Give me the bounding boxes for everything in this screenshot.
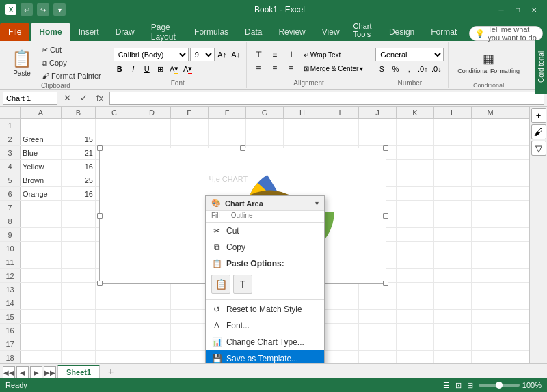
cell-a12[interactable]	[21, 269, 62, 282]
cell-m12[interactable]	[472, 269, 509, 282]
align-center-button[interactable]: ≡	[267, 62, 282, 74]
cell-l7[interactable]	[434, 201, 472, 214]
copy-button[interactable]: ⧉ Copy	[38, 57, 105, 69]
cell-m2[interactable]	[472, 132, 509, 145]
cell-b3[interactable]: 21	[62, 146, 96, 159]
increase-font-button[interactable]: A↑	[216, 48, 228, 61]
cell-b18[interactable]	[62, 351, 96, 363]
col-header-j[interactable]: J	[359, 107, 397, 118]
ctx-copy[interactable]: ⧉ Copy	[206, 239, 324, 255]
cell-d2[interactable]	[133, 132, 171, 145]
ctx-cut[interactable]: ✂ Cut	[206, 223, 324, 239]
cell-c14[interactable]	[96, 296, 133, 309]
undo-button[interactable]: ↩	[21, 3, 33, 16]
cell-e18[interactable]	[171, 351, 209, 363]
cell-c1[interactable]	[96, 119, 133, 132]
cell-a18[interactable]	[21, 351, 62, 363]
ribbon-tab-formulas[interactable]: Formulas	[186, 23, 237, 41]
cell-k18[interactable]	[397, 351, 434, 363]
cell-j18[interactable]	[359, 351, 397, 363]
zoom-slider[interactable]	[479, 384, 520, 387]
sheet-nav-prev[interactable]: ◀	[16, 366, 29, 378]
cell-a11[interactable]	[21, 255, 62, 268]
cell-k2[interactable]	[397, 132, 434, 145]
cell-m15[interactable]	[472, 310, 509, 323]
border-button[interactable]: ⊞	[155, 63, 167, 75]
ribbon-tab-format[interactable]: Format	[423, 23, 465, 41]
col-header-f[interactable]: F	[209, 107, 246, 118]
cell-b2[interactable]: 15	[62, 132, 96, 145]
cell-i17[interactable]	[321, 337, 359, 350]
cell-l15[interactable]	[434, 310, 472, 323]
paste-icon-btn-2[interactable]: T	[233, 275, 252, 294]
cell-k6[interactable]	[397, 187, 434, 200]
col-header-a[interactable]: A	[21, 107, 62, 118]
cell-a17[interactable]	[21, 337, 62, 350]
cell-k13[interactable]	[397, 283, 434, 296]
ribbon-tab-insert[interactable]: Insert	[70, 23, 107, 41]
ctx-reset[interactable]: ↺ Reset to Match Style	[206, 301, 324, 318]
cell-b7[interactable]	[62, 201, 96, 214]
cell-e17[interactable]	[171, 337, 209, 350]
ribbon-tab-draw[interactable]: Draw	[107, 23, 143, 41]
col-header-l[interactable]: L	[434, 107, 472, 118]
ribbon-tab-home[interactable]: Home	[31, 23, 70, 41]
cell-b8[interactable]	[62, 214, 96, 227]
cell-b14[interactable]	[62, 296, 96, 309]
cell-l13[interactable]	[434, 283, 472, 296]
cell-j16[interactable]	[359, 324, 397, 337]
cell-l14[interactable]	[434, 296, 472, 309]
cell-a2[interactable]: Green	[21, 132, 62, 145]
col-header-g[interactable]: G	[246, 107, 284, 118]
cancel-formula-button[interactable]: ✕	[60, 92, 74, 105]
font-size-select[interactable]: 9	[190, 48, 215, 61]
cell-b10[interactable]	[62, 242, 96, 255]
col-header-m[interactable]: M	[472, 107, 509, 118]
cell-m5[interactable]	[472, 173, 509, 186]
cell-b15[interactable]	[62, 310, 96, 323]
tell-me-box[interactable]: 💡 Tell me what you want to do	[469, 26, 543, 41]
cell-g2[interactable]	[246, 132, 284, 145]
cell-h1[interactable]	[284, 119, 321, 132]
cell-a13[interactable]	[21, 283, 62, 296]
currency-button[interactable]: $	[375, 63, 388, 75]
cell-j15[interactable]	[359, 310, 397, 323]
cell-d17[interactable]	[133, 337, 171, 350]
cell-j14[interactable]	[359, 296, 397, 309]
page-break-btn[interactable]: ⊞	[467, 381, 473, 390]
cell-m16[interactable]	[472, 324, 509, 337]
close-button[interactable]: ✕	[526, 2, 542, 17]
cell-m8[interactable]	[472, 214, 509, 227]
ctx-change-chart[interactable]: 📊 Change Chart Type...	[206, 334, 324, 350]
cell-l9[interactable]	[434, 228, 472, 241]
col-header-i[interactable]: I	[321, 107, 359, 118]
cell-k11[interactable]	[397, 255, 434, 268]
cut-button[interactable]: ✂ Cut	[38, 44, 105, 56]
ribbon-tab-design[interactable]: Design	[381, 23, 423, 41]
cell-h2[interactable]	[284, 132, 321, 145]
cell-m9[interactable]	[472, 228, 509, 241]
cell-l12[interactable]	[434, 269, 472, 282]
percent-button[interactable]: %	[389, 63, 401, 75]
cell-d14[interactable]	[133, 296, 171, 309]
ctx-font[interactable]: A Font...	[206, 318, 324, 334]
cell-l18[interactable]	[434, 351, 472, 363]
cell-k12[interactable]	[397, 269, 434, 282]
fx-button[interactable]: fx	[93, 92, 107, 105]
cell-f2[interactable]	[209, 132, 246, 145]
customize-qat-button[interactable]: ▾	[53, 3, 66, 16]
cell-m14[interactable]	[472, 296, 509, 309]
cell-l17[interactable]	[434, 337, 472, 350]
col-header-k[interactable]: K	[397, 107, 434, 118]
cell-a1[interactable]	[21, 119, 62, 132]
cell-i14[interactable]	[321, 296, 359, 309]
align-top-button[interactable]: ⊤	[251, 48, 266, 61]
cell-m18[interactable]	[472, 351, 509, 363]
cell-a8[interactable]	[21, 214, 62, 227]
col-header-h[interactable]: H	[284, 107, 321, 118]
cell-f1[interactable]	[209, 119, 246, 132]
cell-l5[interactable]	[434, 173, 472, 186]
cell-a3[interactable]: Blue	[21, 146, 62, 159]
cell-d16[interactable]	[133, 324, 171, 337]
cell-m13[interactable]	[472, 283, 509, 296]
